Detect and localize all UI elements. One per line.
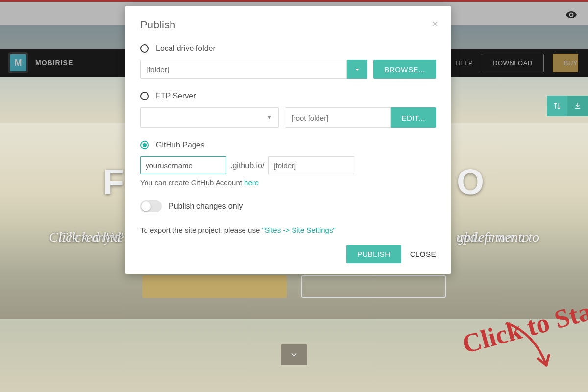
hero-buttons: [0, 275, 588, 298]
publish-changes-toggle[interactable]: [140, 200, 162, 212]
github-hint-text: You can create GitHub Account: [140, 178, 244, 187]
github-suffix: .github.io/: [230, 161, 264, 170]
hand-drawn-arrow-icon: [500, 318, 568, 377]
buy-button[interactable]: BUY: [553, 54, 578, 72]
site-settings-link[interactable]: "Sites -> Site Settings": [262, 226, 335, 234]
hero-secondary-button[interactable]: [301, 275, 446, 298]
topbar-accent: [0, 0, 588, 2]
modal-footer: PUBLISH CLOSE: [140, 245, 436, 263]
ftp-label: FTP Server: [156, 92, 196, 100]
preview-icon[interactable]: [565, 9, 577, 21]
github-folder-input[interactable]: [268, 156, 354, 174]
publish-modal: Publish × Local drive folder BROWSE... F…: [125, 6, 451, 274]
hero-l3-right: p left menu to: [464, 226, 539, 248]
github-hint: You can create GitHub Account here: [140, 178, 436, 187]
modal-title: Publish: [140, 19, 436, 31]
sort-icon[interactable]: [547, 96, 567, 116]
download-icon[interactable]: [567, 96, 588, 116]
github-option: GitHub Pages .github.io/ You can create …: [140, 141, 436, 187]
side-toolbar: [547, 96, 588, 116]
local-drive-radio[interactable]: [140, 44, 149, 53]
local-folder-input[interactable]: [140, 60, 347, 79]
export-hint: To export the site project, please use "…: [140, 226, 436, 234]
ftp-root-input[interactable]: [285, 107, 391, 128]
ftp-option: FTP Server EDIT...: [140, 92, 436, 128]
github-label: GitHub Pages: [156, 141, 205, 149]
ftp-radio[interactable]: [140, 92, 149, 100]
edit-ftp-button[interactable]: EDIT...: [391, 107, 436, 128]
github-username-input[interactable]: [140, 156, 226, 174]
brand-name: MOBIRISE: [35, 59, 73, 67]
local-drive-option: Local drive folder BROWSE...: [140, 44, 436, 79]
ftp-server-select[interactable]: [140, 107, 279, 128]
browse-button[interactable]: BROWSE...: [373, 60, 436, 79]
scroll-down-button[interactable]: [281, 344, 307, 365]
publish-changes-label: Publish changes only: [169, 202, 243, 211]
local-drive-label: Local drive folder: [156, 44, 216, 53]
publish-button[interactable]: PUBLISH: [346, 245, 401, 263]
logo-icon[interactable]: M: [10, 54, 26, 71]
hero-l3-left: Click red "+" i: [49, 226, 131, 248]
hero-primary-button[interactable]: [142, 275, 287, 298]
export-hint-text: To export the site project, please use: [140, 226, 262, 234]
close-button[interactable]: CLOSE: [410, 250, 436, 258]
github-radio[interactable]: [140, 141, 149, 149]
github-here-link[interactable]: here: [244, 178, 259, 187]
download-button[interactable]: DOWNLOAD: [482, 54, 544, 72]
publish-changes-row: Publish changes only: [140, 200, 436, 212]
folder-dropdown-button[interactable]: [347, 60, 368, 79]
nav-help-link[interactable]: HELP: [455, 59, 473, 67]
close-icon[interactable]: ×: [432, 18, 438, 30]
